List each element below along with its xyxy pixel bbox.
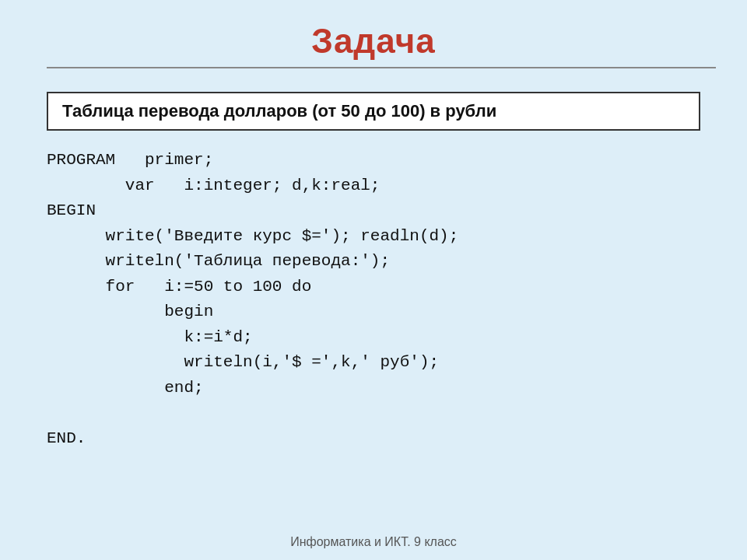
code-block: PROGRAM primer; var i:integer; d,k:real;… [47, 148, 700, 452]
code-line-9: end; [47, 376, 700, 401]
code-line-6: begin [47, 299, 700, 325]
code-line-3: write('Введите курс $='); readln(d); [47, 224, 700, 250]
code-line-11: END. [47, 426, 700, 452]
code-line-5: for i:=50 to 100 do [47, 275, 700, 300]
code-line-7: k:=i*d; [47, 325, 700, 351]
code-line-8: writeln(i,'$ =',k,' руб'); [47, 350, 700, 376]
page-title: Задача [47, 22, 700, 61]
title-area: Задача [0, 0, 747, 92]
footer-text: Информатика и ИКТ. 9 класс [0, 535, 747, 549]
code-line-4: writeln('Таблица перевода:'); [47, 249, 700, 275]
slide: Задача Таблица перевода долларов (от 50 … [0, 0, 747, 560]
code-line-10 [47, 401, 700, 426]
code-line-0: PROGRAM primer; [47, 148, 700, 173]
title-underline [47, 67, 716, 68]
task-description: Таблица перевода долларов (от 50 до 100)… [47, 92, 700, 131]
code-line-2: BEGIN [47, 198, 700, 224]
code-line-1: var i:integer; d,k:real; [47, 173, 700, 199]
